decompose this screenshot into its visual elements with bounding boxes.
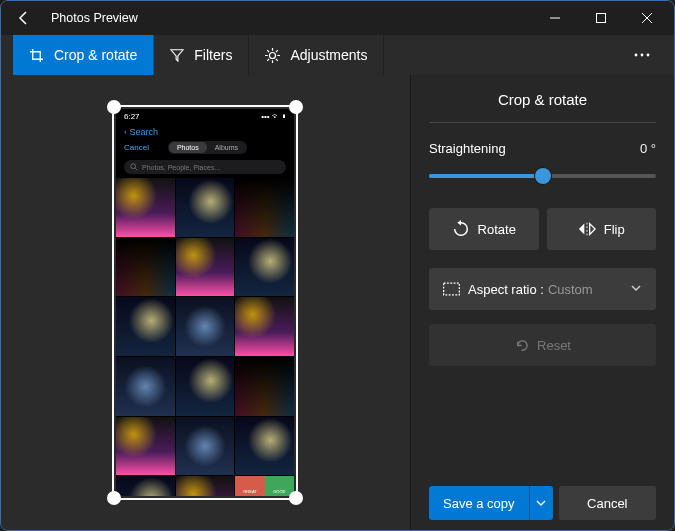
phone-status-icons: ••• ᯤ ▮ <box>261 112 286 121</box>
back-button[interactable] <box>9 3 39 33</box>
phone-search-placeholder: Photos, People, Places... <box>142 164 220 171</box>
flip-label: Flip <box>604 222 625 237</box>
phone-back-label: Search <box>130 127 159 137</box>
save-copy-dropdown[interactable] <box>529 486 553 520</box>
rotate-label: Rotate <box>478 222 516 237</box>
svg-marker-2 <box>171 50 183 61</box>
straighten-slider[interactable] <box>429 164 656 188</box>
tab-crop-label: Crop & rotate <box>54 47 137 63</box>
panel-title: Crop & rotate <box>429 91 656 123</box>
svg-point-14 <box>647 54 650 57</box>
rotate-icon <box>452 220 470 238</box>
minimize-button[interactable] <box>532 1 578 35</box>
svg-point-12 <box>635 54 638 57</box>
reset-label: Reset <box>537 338 571 353</box>
more-options-button[interactable] <box>622 35 662 75</box>
phone-seg-photos: Photos <box>169 142 207 153</box>
aspect-ratio-dropdown[interactable]: Aspect ratio : Custom <box>429 268 656 310</box>
svg-line-9 <box>276 58 278 60</box>
tab-filters[interactable]: Filters <box>154 35 249 75</box>
arrow-left-icon <box>16 10 32 26</box>
tab-filters-label: Filters <box>194 47 232 63</box>
crop-handle-top-right[interactable] <box>289 100 303 114</box>
editor-tab-bar: Crop & rotate Filters Adjustments <box>1 35 674 75</box>
phone-seg-albums: Albums <box>207 142 246 153</box>
svg-line-8 <box>268 50 270 52</box>
undo-icon <box>514 338 529 353</box>
close-icon <box>642 13 652 23</box>
svg-rect-1 <box>597 14 606 23</box>
straighten-label: Straightening <box>429 141 506 156</box>
chevron-down-icon <box>630 282 642 297</box>
ellipsis-icon <box>634 53 650 57</box>
aspect-ratio-label: Aspect ratio : <box>468 282 544 297</box>
slider-thumb[interactable] <box>535 168 551 184</box>
close-button[interactable] <box>624 1 670 35</box>
crop-handle-bottom-right[interactable] <box>289 491 303 505</box>
svg-line-10 <box>276 50 278 52</box>
adjustments-icon <box>265 48 280 63</box>
reset-button: Reset <box>429 324 656 366</box>
tab-adjustments-label: Adjustments <box>290 47 367 63</box>
filters-icon <box>170 48 184 62</box>
tab-crop-rotate[interactable]: Crop & rotate <box>13 35 154 75</box>
flip-button[interactable]: Flip <box>547 208 657 250</box>
rotate-button[interactable]: Rotate <box>429 208 539 250</box>
svg-point-13 <box>641 54 644 57</box>
phone-cancel: Cancel <box>124 143 149 152</box>
minimize-icon <box>550 13 560 23</box>
chevron-down-icon <box>536 498 546 508</box>
aspect-ratio-value: Custom <box>548 282 593 297</box>
svg-line-11 <box>268 58 270 60</box>
phone-time: 6:27 <box>124 112 140 121</box>
tab-adjustments[interactable]: Adjustments <box>249 35 384 75</box>
save-copy-label: Save a copy <box>443 496 515 511</box>
side-panel: Crop & rotate Straightening 0 ° Rotate F… <box>410 75 674 530</box>
cancel-button[interactable]: Cancel <box>559 486 656 520</box>
svg-rect-18 <box>444 283 460 295</box>
magnifier-icon <box>130 163 138 171</box>
aspect-ratio-icon <box>443 282 460 296</box>
svg-line-16 <box>135 168 137 170</box>
save-copy-button[interactable]: Save a copy <box>429 486 529 520</box>
crop-handle-top-left[interactable] <box>107 100 121 114</box>
svg-point-3 <box>270 52 276 58</box>
cancel-label: Cancel <box>587 496 627 511</box>
embedded-phone-screenshot: 6:27 ••• ᯤ ▮ ‹ Search Cancel Photos Albu… <box>116 109 294 496</box>
image-canvas[interactable]: 6:27 ••• ᯤ ▮ ‹ Search Cancel Photos Albu… <box>1 75 410 530</box>
maximize-button[interactable] <box>578 1 624 35</box>
crop-handle-bottom-left[interactable] <box>107 491 121 505</box>
app-title: Photos Preview <box>51 11 138 25</box>
svg-point-15 <box>131 164 136 169</box>
crop-frame[interactable]: 6:27 ••• ᯤ ▮ ‹ Search Cancel Photos Albu… <box>112 105 298 500</box>
crop-icon <box>29 48 44 63</box>
straighten-value: 0 ° <box>640 141 656 156</box>
flip-icon <box>578 222 596 236</box>
maximize-icon <box>596 13 606 23</box>
title-bar: Photos Preview <box>1 1 674 35</box>
